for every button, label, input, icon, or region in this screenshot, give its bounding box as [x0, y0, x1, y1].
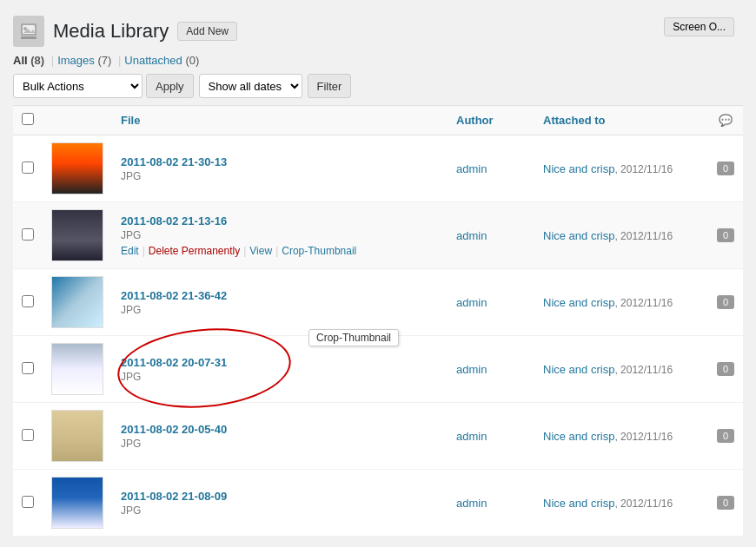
- author-link[interactable]: admin: [456, 430, 487, 443]
- attached-link[interactable]: Nice and crisp: [543, 430, 614, 443]
- bulk-actions-group: Bulk Actions Delete Permanently Apply: [13, 74, 194, 98]
- tab-images[interactable]: Images (7) |: [57, 54, 124, 67]
- attached-date: , 2012/11/16: [614, 364, 673, 376]
- row-checkbox[interactable]: [22, 496, 34, 508]
- row-checkbox[interactable]: [22, 429, 34, 441]
- table-row: 2011-08-02 21-30-13 JPG admin Nice and c…: [13, 135, 743, 202]
- date-filter-select[interactable]: Show all dates: [199, 74, 302, 98]
- view-link[interactable]: View: [249, 245, 272, 257]
- author-link[interactable]: admin: [456, 497, 487, 510]
- attached-date: , 2012/11/16: [614, 230, 673, 242]
- select-all-header: [13, 106, 43, 135]
- sep1: |: [143, 245, 145, 257]
- author-link[interactable]: admin: [456, 229, 487, 242]
- sep3: |: [275, 245, 278, 257]
- comment-count: 0: [717, 161, 734, 175]
- filetype: JPG: [121, 438, 439, 450]
- author-header: Author: [448, 106, 534, 135]
- thumbnail: [51, 276, 103, 328]
- page-title: Media Library: [53, 22, 169, 41]
- attached-header: Attached to: [534, 106, 708, 135]
- comment-count: 0: [717, 228, 734, 242]
- row-checkbox[interactable]: [22, 295, 34, 307]
- crop-link[interactable]: Crop-Thumbnail: [282, 245, 356, 257]
- attached-date: , 2012/11/16: [614, 498, 673, 510]
- table-header-row: File Author Attached to 💬: [13, 106, 743, 135]
- delete-link[interactable]: Delete Permanently: [149, 245, 240, 257]
- attached-link[interactable]: Nice and crisp: [543, 162, 614, 175]
- screen-options-button[interactable]: Screen O...: [664, 17, 734, 36]
- filename-link[interactable]: 2011-08-02 21-08-09: [121, 490, 227, 503]
- thumb-header: [43, 106, 112, 135]
- row-checkbox[interactable]: [22, 228, 34, 241]
- sep2: |: [243, 245, 246, 257]
- media-table: File Author Attached to 💬 2011-08-02 21-…: [13, 105, 743, 537]
- file-header[interactable]: File: [112, 106, 448, 135]
- thumbnail: [51, 477, 103, 529]
- filetype: JPG: [121, 371, 439, 383]
- tooltip-row: Crop-Thumbnail: [13, 336, 743, 337]
- attached-date: , 2012/11/16: [614, 431, 673, 443]
- author-link[interactable]: admin: [456, 363, 487, 376]
- row-checkbox[interactable]: [22, 161, 34, 174]
- thumbnail: [51, 410, 103, 462]
- comment-count: 0: [717, 295, 734, 309]
- author-link[interactable]: admin: [456, 162, 487, 175]
- attached-date: , 2012/11/16: [614, 297, 673, 309]
- media-library-icon: [13, 16, 44, 47]
- comment-icon: 💬: [719, 114, 733, 127]
- add-new-button[interactable]: Add New: [177, 22, 237, 41]
- thumbnail: [51, 343, 103, 395]
- table-row: 2011-08-02 21-13-16 JPG Edit | Delete Pe…: [13, 202, 743, 269]
- filename-link[interactable]: 2011-08-02 21-13-16: [121, 214, 227, 227]
- svg-point-3: [23, 27, 27, 30]
- main-content: File Author Attached to 💬 2011-08-02 21-…: [13, 105, 743, 537]
- filename-link[interactable]: 2011-08-02 20-07-31: [121, 356, 227, 369]
- svg-rect-2: [21, 36, 36, 39]
- filetype: JPG: [121, 504, 439, 517]
- table-row: 2011-08-02 20-05-40 JPG admin Nice and c…: [13, 403, 743, 470]
- filename-link[interactable]: 2011-08-02 20-05-40: [121, 423, 227, 436]
- author-link[interactable]: admin: [456, 296, 487, 309]
- edit-link[interactable]: Edit: [121, 245, 139, 257]
- crop-thumbnail-tooltip: Crop-Thumbnail: [308, 329, 399, 346]
- row-actions: Edit | Delete Permanently | View | Crop-…: [121, 245, 439, 257]
- tab-unattached[interactable]: Unattached (0): [124, 54, 199, 67]
- thumbnail: [51, 142, 103, 194]
- toolbar: Bulk Actions Delete Permanently Apply Sh…: [13, 74, 743, 98]
- table-row: 2011-08-02 21-36-42 JPG admin Nice and c…: [13, 269, 743, 336]
- apply-button[interactable]: Apply: [146, 74, 194, 98]
- comment-count: 0: [717, 496, 734, 510]
- filetype: JPG: [121, 229, 439, 241]
- tab-all[interactable]: All (8) |: [13, 54, 57, 67]
- attached-link[interactable]: Nice and crisp: [543, 497, 614, 510]
- filetype: JPG: [121, 304, 439, 316]
- attached-date: , 2012/11/16: [614, 163, 673, 175]
- filename-link[interactable]: 2011-08-02 21-36-42: [121, 289, 227, 302]
- filter-tabs: All (8) | Images (7) | Unattached (0): [13, 54, 743, 67]
- table-row: 2011-08-02 21-08-09 JPG admin Nice and c…: [13, 470, 743, 537]
- thumbnail: [51, 209, 103, 261]
- comment-count: 0: [717, 429, 734, 443]
- attached-link[interactable]: Nice and crisp: [543, 363, 614, 376]
- row-checkbox[interactable]: [22, 362, 34, 374]
- select-all-checkbox[interactable]: [22, 113, 34, 125]
- attached-link[interactable]: Nice and crisp: [543, 229, 614, 242]
- filename-link[interactable]: 2011-08-02 21-30-13: [121, 155, 227, 168]
- comment-count: 0: [717, 362, 734, 376]
- page-header: Media Library Add New: [13, 9, 743, 47]
- comment-header: 💬: [708, 106, 743, 135]
- attached-link[interactable]: Nice and crisp: [543, 296, 614, 309]
- filter-button[interactable]: Filter: [308, 74, 352, 98]
- filetype: JPG: [121, 170, 439, 182]
- bulk-actions-select[interactable]: Bulk Actions Delete Permanently: [13, 74, 143, 98]
